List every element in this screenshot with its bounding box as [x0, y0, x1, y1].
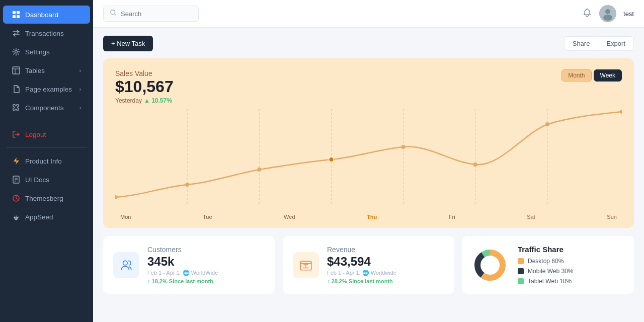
- chevron-right-icon: ›: [79, 105, 81, 111]
- chart-label-fri: Fri: [449, 214, 455, 220]
- donut-chart: [472, 248, 508, 283]
- bell-icon[interactable]: [582, 8, 592, 20]
- chart-area: Mon Tue Wed Thu Fri Sat Sun: [115, 109, 622, 220]
- bolt-icon: [12, 157, 20, 165]
- sidebar-nav: Dashboard Transactions Settings Tables ›: [0, 0, 93, 231]
- sidebar: Dashboard Transactions Settings Tables ›: [0, 0, 93, 322]
- gear-icon: [12, 48, 20, 56]
- sidebar-item-ui-docs[interactable]: UI Docs: [3, 171, 90, 189]
- svg-rect-3: [17, 15, 20, 18]
- sidebar-item-settings[interactable]: Settings: [3, 43, 90, 61]
- chevron-right-icon: ›: [79, 87, 81, 92]
- svg-point-23: [115, 195, 117, 199]
- svg-point-27: [401, 145, 406, 149]
- table-icon: [12, 66, 20, 74]
- export-button[interactable]: Export: [598, 36, 634, 51]
- revenue-sub: Feb 1 - Apr 1. 🌐 Worldwide: [327, 270, 396, 276]
- svg-rect-0: [13, 11, 16, 14]
- chart-label-thu: Thu: [367, 214, 377, 220]
- chart-label-wed: Wed: [284, 214, 295, 220]
- svg-point-4: [15, 51, 18, 53]
- chart-label-tue: Tue: [203, 214, 212, 220]
- sidebar-item-components[interactable]: Components ›: [3, 99, 90, 117]
- chart-labels: Mon Tue Wed Thu Fri Sat Sun: [115, 214, 622, 220]
- mobile-label: Mobile Web 30%: [528, 268, 574, 275]
- user-name: test: [623, 10, 634, 18]
- sidebar-divider-2: [6, 147, 87, 148]
- topbar: test: [93, 0, 644, 28]
- svg-point-16: [603, 15, 612, 21]
- file-icon: [12, 85, 20, 93]
- sidebar-item-label: Logout: [25, 131, 46, 138]
- revenue-info: Revenue $43,594 Feb 1 - Apr 1. 🌐 Worldwi…: [327, 246, 396, 284]
- customers-card: Customers 345k Feb 1 - Apr 1. 🌐 WorldWid…: [103, 236, 275, 294]
- customers-change: ↑ 18.2% Since last month: [147, 278, 218, 284]
- chart-card: Sales Value $10,567 Yesterday ▲ 10.57% M…: [103, 58, 634, 228]
- sidebar-item-label: UI Docs: [25, 176, 49, 184]
- sidebar-item-label: Page examples: [25, 86, 72, 93]
- exchange-icon: [12, 29, 20, 37]
- sidebar-item-tables[interactable]: Tables ›: [3, 61, 90, 79]
- svg-point-24: [185, 183, 189, 187]
- sidebar-item-page-examples[interactable]: Page examples ›: [3, 80, 90, 98]
- svg-point-30: [620, 110, 622, 114]
- sidebar-item-label: Product Info: [25, 157, 62, 165]
- svg-point-26: [329, 157, 334, 162]
- sidebar-item-label: AppSeed: [25, 213, 53, 221]
- sidebar-item-themesberg[interactable]: Themesberg: [3, 189, 90, 207]
- search-box[interactable]: [103, 6, 199, 22]
- period-buttons: Month Week: [561, 69, 622, 82]
- grid-icon: [12, 11, 20, 19]
- traffic-legend: Desktop 60% Mobile Web 30% Tablet Web 10…: [518, 258, 574, 285]
- revenue-title: Revenue: [327, 246, 396, 254]
- sidebar-item-dashboard[interactable]: Dashboard: [3, 6, 90, 24]
- mobile-dot: [518, 268, 524, 274]
- chart-label-sat: Sat: [527, 214, 535, 220]
- sidebar-item-label: Tables: [25, 67, 45, 74]
- customers-title: Customers: [147, 246, 218, 254]
- traffic-card: Traffic Share Desktop 60% Mobile Web 30%: [462, 236, 634, 294]
- toolbar-row: + New Task Share Export: [103, 36, 634, 51]
- sidebar-item-logout[interactable]: Logout: [3, 125, 90, 143]
- svg-rect-1: [17, 11, 20, 14]
- svg-point-15: [605, 9, 610, 14]
- svg-point-36: [481, 256, 499, 274]
- week-button[interactable]: Week: [594, 69, 622, 82]
- sidebar-item-product-info[interactable]: Product Info: [3, 152, 90, 170]
- revenue-value: $43,594: [327, 255, 396, 269]
- sidebar-item-transactions[interactable]: Transactions: [3, 24, 90, 42]
- main-content: test + New Task Share Export Sales Value…: [93, 0, 644, 322]
- revenue-change: ↑ 28.2% Since last month: [327, 278, 396, 284]
- avatar: [599, 5, 616, 22]
- theme-icon: [12, 194, 20, 202]
- desktop-label: Desktop 60%: [528, 258, 564, 265]
- search-icon: [110, 9, 117, 18]
- traffic-title: Traffic Share: [518, 245, 574, 254]
- tablet-label: Tablet Web 10%: [528, 278, 572, 285]
- desktop-dot: [518, 258, 524, 264]
- svg-point-25: [257, 168, 261, 172]
- share-button[interactable]: Share: [564, 36, 598, 51]
- sidebar-item-appseed[interactable]: AppSeed: [3, 208, 90, 226]
- chart-label-mon: Mon: [120, 214, 131, 220]
- legend-tablet: Tablet Web 10%: [518, 278, 574, 285]
- customers-value: 345k: [147, 255, 218, 269]
- search-input[interactable]: [121, 10, 186, 18]
- legend-desktop: Desktop 60%: [518, 258, 574, 265]
- svg-rect-5: [13, 67, 20, 74]
- sidebar-item-label: Components: [25, 104, 64, 112]
- sidebar-item-label: Themesberg: [25, 195, 63, 202]
- doc-icon: [12, 176, 20, 184]
- logout-icon: [12, 130, 20, 138]
- new-task-button[interactable]: + New Task: [103, 36, 153, 51]
- change-value: ▲ 10.57%: [144, 97, 172, 104]
- tablet-dot: [518, 278, 524, 284]
- month-button[interactable]: Month: [561, 69, 591, 82]
- stats-row: Customers 345k Feb 1 - Apr 1. 🌐 WorldWid…: [103, 236, 634, 294]
- chart-header: Sales Value $10,567 Yesterday ▲ 10.57% M…: [115, 69, 622, 104]
- sales-label: Sales Value: [115, 69, 174, 77]
- topbar-right: test: [582, 5, 634, 22]
- sidebar-item-label: Settings: [25, 48, 50, 56]
- sidebar-item-label: Transactions: [25, 30, 64, 37]
- sales-chart: [115, 109, 622, 210]
